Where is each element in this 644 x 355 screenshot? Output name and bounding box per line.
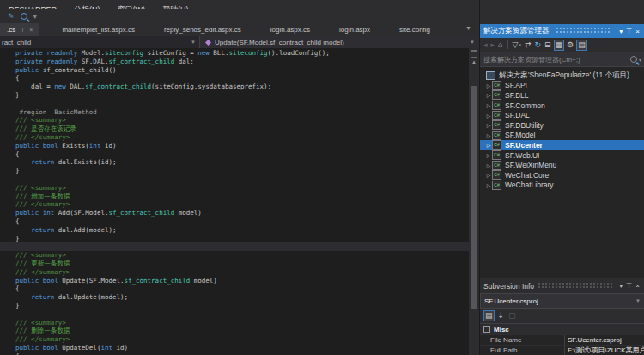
property-row-full-path[interactable]: Full PathF:\测试\项目\ZUCK某用户的信息: [480, 345, 644, 355]
zoom-tool-icon[interactable]: [21, 13, 27, 20]
search-box[interactable]: 搜索解决方案资源管理器(Ctrl+;) ▾: [480, 52, 644, 67]
collapse-category-icon[interactable]: [483, 326, 490, 333]
window-menu-icon[interactable]: ▾: [617, 282, 624, 290]
object-selector-combo[interactable]: SF.Ucenter.csproj ▼: [480, 293, 644, 309]
back-icon[interactable]: ◂: [483, 40, 489, 50]
tree-item-SF.WeiXinMenu[interactable]: ▷C#SF.WeiXinMenu: [480, 160, 644, 170]
scroll-up-icon[interactable]: ▲: [469, 58, 479, 65]
csharp-project-icon: C#: [492, 111, 501, 120]
subversion-info-title: Subversion Info: [483, 282, 534, 291]
csharp-project-icon: C#: [492, 150, 501, 160]
categorized-icon[interactable]: ▤: [483, 310, 495, 321]
quick-toolbar: ✎▾: [0, 9, 484, 23]
code-editor[interactable]: private readonly Model.siteconfig siteCo…: [0, 48, 469, 355]
project-label: SF.DAL: [505, 111, 530, 119]
home-icon[interactable]: ⌂: [497, 40, 503, 50]
close-icon[interactable]: ×: [634, 28, 641, 35]
member-dropdown[interactable]: Update(SF.Model.sf_contract_child model)…: [199, 36, 479, 48]
solution-explorer-toolbar: ◂▸⌂▽▾⇄↻⊟▦⚙▤: [480, 38, 644, 52]
property-pages-icon[interactable]: ▢: [507, 311, 517, 321]
property-row-file-name[interactable]: File NameSF.Ucenter.csproj: [480, 334, 644, 345]
expander-icon[interactable]: ▷: [485, 132, 492, 138]
scrollbar-thumb[interactable]: [471, 86, 477, 309]
expander-icon[interactable]: ▷: [485, 83, 492, 89]
tab-malltemplet_list.aspx.cs[interactable]: malltemplet_list.aspx.cs: [55, 23, 141, 36]
tree-item-SF.Common[interactable]: ▷C#SF.Common: [480, 101, 644, 111]
code-line: return dal.Add(model);: [0, 226, 469, 235]
toolbar-overflow-icon[interactable]: ▾: [33, 12, 39, 21]
pin-icon[interactable]: ⊤: [624, 282, 634, 290]
pin-icon[interactable]: ⊤: [624, 28, 634, 35]
tree-item-SF.Model[interactable]: ▷C#SF.Model: [480, 131, 644, 141]
close-icon[interactable]: ×: [634, 282, 641, 290]
window-menu-icon[interactable]: ▾: [617, 28, 624, 35]
refresh-icon[interactable]: ↻: [533, 40, 542, 50]
tree-item-SF.DAL[interactable]: ▷C#SF.DAL: [480, 110, 644, 120]
code-line: /// <summary>: [0, 319, 469, 327]
sync-with-active-document-icon[interactable]: ⇄: [524, 40, 532, 50]
code-line: /// <summary>: [0, 251, 469, 260]
editor-scrollbar[interactable]: ▲: [469, 48, 479, 355]
tree-item-SF.Web.UI[interactable]: ▷C#SF.Web.UI: [480, 150, 644, 161]
property-label: File Name: [480, 335, 565, 345]
home-icon: ⌂: [498, 40, 502, 50]
tree-item-SF.Ucenter[interactable]: ▷C#SF.Ucenter: [480, 140, 644, 150]
solution-explorer-titlebar[interactable]: 解决方案资源管理器 ▾⊤×: [480, 24, 644, 38]
tab-login.aspx[interactable]: login.aspx: [332, 23, 377, 36]
property-category[interactable]: Misc: [480, 324, 644, 334]
project-label: SF.Ucenter: [505, 141, 543, 150]
show-all-files-icon: ▦: [556, 40, 563, 50]
csharp-project-icon: C#: [492, 140, 501, 150]
expander-icon[interactable]: ▷: [485, 122, 492, 128]
tab-reply_sends_edit.aspx.cs[interactable]: reply_sends_edit.aspx.cs: [157, 23, 248, 36]
property-pages-icon: ▢: [508, 311, 516, 321]
pin-icon[interactable]: ⊤: [20, 27, 25, 34]
property-grid: File NameSF.Ucenter.csprojFull PathF:\测试…: [480, 334, 644, 355]
expander-icon[interactable]: ▷: [485, 92, 492, 98]
forward-icon[interactable]: ▸: [490, 40, 496, 50]
expander-icon[interactable]: ▷: [485, 152, 492, 158]
search-options-icon[interactable]: ▾: [639, 57, 641, 63]
expander-icon[interactable]: ▷: [485, 172, 492, 178]
pending-changes-filter-icon: ▽: [513, 40, 519, 50]
alphabetical-icon[interactable]: ⇣: [497, 311, 506, 321]
csharp-project-icon: C#: [492, 181, 501, 190]
show-all-files-icon[interactable]: ▦: [554, 40, 565, 51]
chevron-down-icon: ▾: [519, 40, 521, 50]
close-icon[interactable]: ×: [29, 27, 33, 33]
csharp-project-icon: C#: [492, 161, 501, 170]
splitter-grip-icon[interactable]: [471, 50, 477, 58]
expander-icon[interactable]: ▷: [485, 162, 492, 168]
titlebar-grip: [556, 28, 612, 34]
code-line: [0, 100, 469, 108]
expander-icon[interactable]: ▷: [485, 113, 492, 119]
expander-icon[interactable]: ▷: [485, 182, 492, 188]
tree-item-SF.API[interactable]: ▷C#SF.API: [480, 81, 644, 91]
type-dropdown-label: ract_child: [2, 39, 31, 46]
csharp-project-icon: C#: [492, 101, 501, 110]
chevron-down-icon: ▼: [635, 298, 641, 303]
project-label: SF.API: [505, 81, 527, 89]
project-label: SF.Model: [505, 131, 535, 139]
wrench-icon[interactable]: ⚙: [566, 40, 574, 50]
tree-item-SF.BLL[interactable]: ▷C#SF.BLL: [480, 90, 644, 101]
tree-item-SF.DBUtility[interactable]: ▷C#SF.DBUtility: [480, 120, 644, 131]
code-line: {: [0, 74, 469, 83]
collapse-all-icon[interactable]: ⊟: [544, 40, 552, 50]
search-input[interactable]: 搜索解决方案资源管理器(Ctrl+;): [483, 55, 630, 64]
expander-icon[interactable]: ▷: [485, 102, 492, 108]
tab-login.aspx.cs[interactable]: login.aspx.cs: [264, 23, 317, 36]
subversion-info-titlebar[interactable]: Subversion Info ▾⊤×: [480, 278, 644, 293]
properties-icon[interactable]: ▤: [576, 40, 587, 51]
tab-.cs[interactable]: .cs⊤×: [0, 23, 39, 36]
csharp-project-icon: C#: [492, 81, 501, 90]
expander-icon[interactable]: ▷: [485, 142, 492, 148]
inspect-tool-icon[interactable]: ✎: [7, 12, 15, 21]
document-list-icon[interactable]: ▼: [465, 25, 471, 31]
type-dropdown[interactable]: ract_child ▼: [0, 36, 199, 48]
pending-changes-filter-icon[interactable]: ▽▾: [512, 40, 522, 50]
tree-item-WeChatLibrary[interactable]: ▷C#WeChatLibrary: [480, 181, 644, 191]
tab-site.config[interactable]: site.config: [392, 23, 437, 36]
tree-item-WeChat.Core[interactable]: ▷C#WeChat.Core: [480, 170, 644, 181]
tree-root-solution[interactable]: 解决方案'ShenFaPopularize' (11 个项目): [480, 70, 644, 81]
